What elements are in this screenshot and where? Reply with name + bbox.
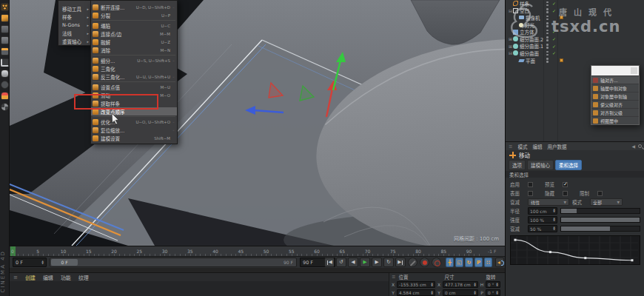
checkbox[interactable]: [563, 191, 568, 196]
expand-toggle-icon[interactable]: ⊞: [508, 43, 513, 50]
object-tag-icon[interactable]: [560, 16, 563, 19]
enabled-check-icon[interactable]: ✓: [552, 29, 556, 34]
object-row[interactable]: 立方体✓: [506, 28, 644, 36]
enabled-check-icon[interactable]: ✓: [552, 44, 556, 49]
menu-item-command[interactable]: 优化...U~O, U~Shift+O◦: [91, 118, 177, 126]
magnet-snap-icon[interactable]: [1, 92, 9, 100]
visibility-dot[interactable]: [546, 54, 549, 56]
goto-end-button[interactable]: ▶: [395, 258, 406, 267]
visibility-dot[interactable]: [546, 61, 549, 63]
timeline-ruler[interactable]: -1 F 05101520253035404550556065707580859…: [10, 246, 505, 256]
next-frame-button[interactable]: ▶: [372, 258, 382, 267]
enabled-check-icon[interactable]: ✓: [552, 36, 556, 41]
spinner[interactable]: ▲▼: [431, 291, 433, 295]
visibility-dot[interactable]: [546, 8, 549, 10]
next-key-button[interactable]: ↻: [383, 258, 394, 267]
keyframe-toggle-pla[interactable]: ∷: [484, 258, 492, 267]
object-row[interactable]: 灯光: [506, 21, 644, 29]
spinner[interactable]: ▲▼: [553, 218, 555, 222]
commander-item[interactable]: 对齐到父级: [591, 108, 639, 116]
menu-item-command[interactable]: 塌陷U~C: [91, 21, 177, 30]
coord-field[interactable]: -155.335 cm▲▼: [397, 281, 435, 288]
menu-item-command[interactable]: 融解U~Z: [91, 38, 177, 46]
menu-item-command[interactable]: 设置点值M~U: [91, 83, 177, 91]
menu-item-command[interactable]: 连接点/边M~M: [91, 30, 177, 38]
snap-settings-icon[interactable]: [1, 81, 9, 89]
spinner[interactable]: ▲▼: [553, 226, 555, 231]
object-row[interactable]: 平面: [506, 57, 644, 64]
record-keyframe-button[interactable]: [420, 258, 429, 267]
coord-field[interactable]: 0 °▲▼: [486, 281, 500, 288]
convert-editable-icon[interactable]: [1, 3, 9, 11]
keyframe-toggle-parameter[interactable]: P: [474, 258, 483, 267]
menu-item-command[interactable]: 消除M~N: [91, 46, 177, 54]
menu-category-item[interactable]: 法线▸: [58, 29, 91, 37]
visibility-dot[interactable]: [546, 33, 549, 35]
commander-item[interactable]: 视图居中: [591, 116, 639, 124]
visibility-dot[interactable]: [546, 58, 549, 60]
enabled-check-icon[interactable]: ✓: [552, 1, 556, 6]
spinner[interactable]: ▲▼: [41, 260, 44, 265]
object-row[interactable]: ⊟细分曲面✓: [506, 50, 644, 57]
object-row[interactable]: ⊞细分曲面.2✓: [506, 36, 644, 43]
commander-item[interactable]: 对象居中到轴: [591, 92, 639, 100]
tab-建模轴心[interactable]: 建模轴心: [527, 160, 554, 170]
material-manager-area[interactable]: [10, 281, 389, 296]
menu-item-command[interactable]: 分裂U~P: [91, 11, 177, 19]
visibility-dot[interactable]: [546, 39, 549, 41]
menu-item-command[interactable]: 三角化: [91, 64, 177, 73]
menu-category-item[interactable]: N-Gons▸: [58, 21, 91, 29]
value-field[interactable]: 50 %▲▼: [528, 225, 557, 232]
param-bar[interactable]: [560, 217, 640, 223]
workplane-mode-icon[interactable]: [1, 58, 9, 67]
search-icon[interactable]: [638, 144, 642, 148]
tab-柔和选择[interactable]: 柔和选择: [555, 160, 582, 170]
timeline-range-slider[interactable]: 0 F 90 F: [50, 258, 297, 267]
checkbox[interactable]: [528, 182, 533, 187]
menu-category-item[interactable]: 样条▸: [58, 13, 91, 21]
checkbox[interactable]: [563, 182, 568, 187]
texture-axis-mode-icon[interactable]: [1, 47, 9, 56]
object-row[interactable]: ⊞细分曲面.1✓: [506, 43, 644, 50]
expand-toggle-icon[interactable]: ⊟: [508, 7, 513, 14]
material-menu-创建[interactable]: 创建: [25, 274, 36, 281]
keyframe-toggle-scale[interactable]: ◱: [455, 258, 463, 267]
keyframe-toggle-position[interactable]: ╋: [446, 258, 454, 267]
expand-toggle-icon[interactable]: ⊟: [508, 50, 513, 56]
tab-选项[interactable]: 选项: [509, 160, 526, 170]
material-menu-纹理[interactable]: 纹理: [78, 274, 89, 281]
visibility-dot[interactable]: [546, 30, 549, 32]
object-row[interactable]: ⊟空白✓: [506, 7, 644, 15]
visibility-dot[interactable]: [546, 22, 549, 24]
object-tag-icon[interactable]: [560, 58, 563, 62]
enabled-check-icon[interactable]: ✓: [552, 8, 556, 13]
visibility-dot[interactable]: [546, 4, 549, 7]
goto-start-button[interactable]: ◀: [324, 258, 335, 267]
visibility-dot[interactable]: [546, 18, 549, 21]
object-row[interactable]: 摄像机: [506, 14, 644, 21]
visibility-dot[interactable]: [546, 11, 549, 13]
spinner[interactable]: ▲▼: [431, 283, 433, 287]
param-bar[interactable]: [560, 226, 640, 232]
menu-item-command[interactable]: 反三角化...U~U, U~Shift+U◦: [91, 73, 177, 81]
spinner[interactable]: ▲▼: [474, 291, 476, 295]
visibility-dot[interactable]: [546, 1, 549, 4]
polygon-mode-plane-icon[interactable]: [1, 14, 9, 22]
menu-item-command[interactable]: 建模设置Shift~M: [91, 134, 177, 142]
param-bar[interactable]: [560, 208, 640, 214]
spinner[interactable]: ▲▼: [474, 283, 476, 287]
menu-item-command[interactable]: 细分...U~S, U~Shift+S◦: [91, 56, 177, 64]
menu-category-item[interactable]: 重置轴心▸: [58, 37, 91, 45]
keyframe-toggle-rotation[interactable]: ↻: [465, 258, 473, 267]
dropdown-衰减[interactable]: 线性▼: [528, 198, 569, 206]
commander-item[interactable]: 使父级对齐: [591, 100, 639, 108]
texture-mode-icon[interactable]: [1, 103, 9, 111]
coord-field[interactable]: 0 cm▲▼: [443, 289, 478, 296]
value-field[interactable]: 100 cm▲▼: [528, 207, 557, 215]
spinner[interactable]: ▲▼: [496, 283, 498, 287]
autokey-button[interactable]: [432, 258, 441, 267]
spinner[interactable]: ▲▼: [553, 209, 555, 213]
visibility-dot[interactable]: [546, 16, 549, 18]
prev-frame-button[interactable]: ◀: [348, 258, 358, 267]
model-mode-icon[interactable]: [1, 25, 9, 33]
